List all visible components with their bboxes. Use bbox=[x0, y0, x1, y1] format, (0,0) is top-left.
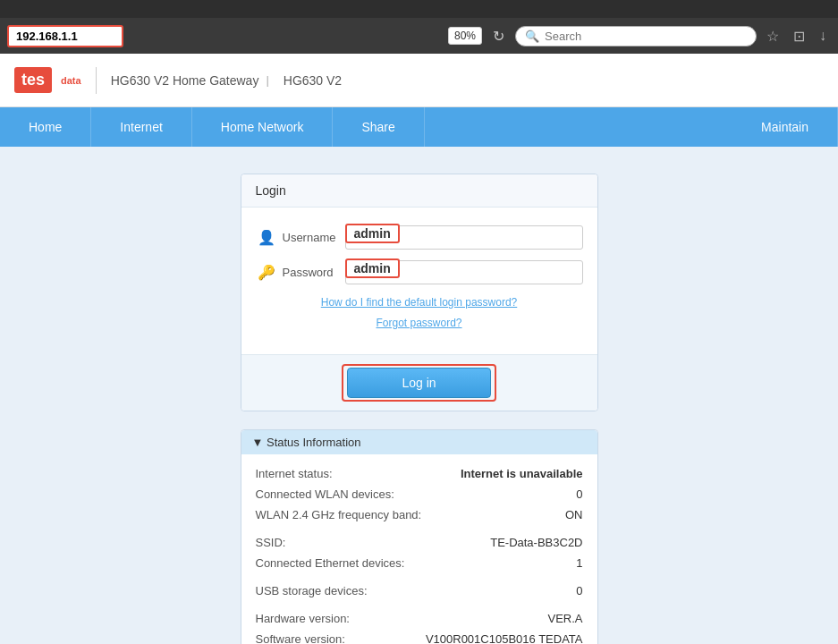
user-icon: 👤 bbox=[256, 229, 277, 246]
status-label: WLAN 2.4 GHz frequency band: bbox=[256, 508, 422, 521]
password-badge: admin bbox=[345, 258, 400, 278]
username-input-wrapper: admin bbox=[345, 225, 583, 250]
bookmark-icon[interactable]: ☆ bbox=[762, 26, 783, 47]
status-row: Software version:V100R001C105B016 TEDATA bbox=[256, 629, 583, 644]
status-value: 0 bbox=[576, 584, 582, 597]
nav-share[interactable]: Share bbox=[333, 107, 424, 147]
zoom-indicator: 80% bbox=[448, 27, 482, 45]
nav-home[interactable]: Home bbox=[0, 107, 91, 147]
status-box: ▼ Status Information Internet status:Int… bbox=[241, 429, 598, 644]
help-link-row: How do I find the default login password… bbox=[256, 295, 583, 309]
header-divider bbox=[96, 67, 97, 94]
page-header: tes data HG630 V2 Home Gateway | HG630 V… bbox=[0, 54, 838, 107]
header-separator: | bbox=[266, 73, 268, 87]
status-header: ▼ Status Information bbox=[241, 430, 597, 454]
status-row: Connected Ethernet devices:1 bbox=[256, 553, 583, 573]
status-label: Connected WLAN devices: bbox=[256, 487, 394, 501]
login-box: Login 👤 Username admin 🔑 Password admin bbox=[241, 174, 598, 411]
status-row: WLAN 2.4 GHz frequency band:ON bbox=[256, 504, 583, 525]
status-label: Connected Ethernet devices: bbox=[256, 556, 405, 570]
username-label: Username bbox=[283, 231, 345, 244]
login-btn-wrapper: Log in bbox=[347, 368, 490, 398]
browser-chrome: 192.168.1.1 80% ↻ 🔍 ☆ ⊡ ↓ bbox=[0, 0, 838, 54]
status-label: Internet status: bbox=[256, 467, 333, 480]
forgot-link-row: Forgot password? bbox=[256, 316, 583, 329]
login-footer: Log in bbox=[241, 354, 597, 411]
header-subtitle: HG630 V2 bbox=[284, 73, 342, 88]
status-value: V100R001C105B016 TEDATA bbox=[426, 632, 583, 644]
nav-maintain[interactable]: Maintain bbox=[732, 107, 838, 147]
status-value: Internet is unavailable bbox=[461, 467, 583, 480]
status-body: Internet status:Internet is unavailableC… bbox=[241, 454, 597, 644]
logo-icon: tes bbox=[14, 67, 52, 93]
status-value: TE-Data-BB3C2D bbox=[490, 536, 582, 549]
browser-toolbar: 192.168.1.1 80% ↻ 🔍 ☆ ⊡ ↓ bbox=[0, 18, 838, 54]
status-value: ON bbox=[565, 508, 583, 521]
search-bar-container: 🔍 bbox=[515, 26, 757, 47]
password-input-wrapper: admin bbox=[345, 260, 583, 284]
address-bar[interactable]: 192.168.1.1 bbox=[7, 25, 123, 47]
status-value: 1 bbox=[576, 556, 582, 570]
logo-area: tes data bbox=[14, 67, 81, 93]
password-label: Password bbox=[283, 266, 345, 279]
reload-button[interactable]: ↻ bbox=[487, 26, 510, 47]
username-badge: admin bbox=[345, 224, 400, 243]
history-icon[interactable]: ⊡ bbox=[789, 26, 809, 47]
status-row: Internet status:Internet is unavailable bbox=[256, 463, 583, 484]
status-label: Hardware version: bbox=[256, 612, 351, 625]
forgot-password-link[interactable]: Forgot password? bbox=[376, 317, 461, 329]
password-row: 🔑 Password admin bbox=[256, 260, 583, 284]
username-row: 👤 Username admin bbox=[256, 225, 583, 250]
status-row: Connected WLAN devices:0 bbox=[256, 484, 583, 504]
status-value: 0 bbox=[576, 487, 582, 501]
status-label: SSID: bbox=[256, 536, 286, 549]
nav-bar: Home Internet Home Network Share Maintai… bbox=[0, 107, 838, 147]
logo-data-text: data bbox=[61, 75, 81, 86]
status-label: USB storage devices: bbox=[256, 584, 368, 597]
status-label: Software version: bbox=[256, 632, 345, 644]
login-button[interactable]: Log in bbox=[347, 368, 490, 398]
browser-tabs bbox=[0, 0, 838, 18]
key-icon: 🔑 bbox=[256, 264, 277, 281]
status-row: Hardware version:VER.A bbox=[256, 608, 583, 629]
status-row: USB storage devices:0 bbox=[256, 580, 583, 601]
search-input[interactable] bbox=[545, 30, 747, 43]
header-title: HG630 V2 Home Gateway bbox=[111, 73, 259, 88]
nav-home-network[interactable]: Home Network bbox=[192, 107, 334, 147]
status-row: SSID:TE-Data-BB3C2D bbox=[256, 532, 583, 553]
download-icon[interactable]: ↓ bbox=[815, 26, 831, 46]
nav-internet[interactable]: Internet bbox=[91, 107, 191, 147]
status-value: VER.A bbox=[547, 612, 582, 625]
logo-text: tes bbox=[21, 71, 45, 89]
search-icon: 🔍 bbox=[525, 30, 539, 43]
main-content: Login 👤 Username admin 🔑 Password admin bbox=[0, 147, 838, 644]
login-header: Login bbox=[241, 174, 597, 208]
default-password-link[interactable]: How do I find the default login password… bbox=[321, 296, 517, 309]
login-body: 👤 Username admin 🔑 Password admin How do… bbox=[241, 208, 597, 354]
